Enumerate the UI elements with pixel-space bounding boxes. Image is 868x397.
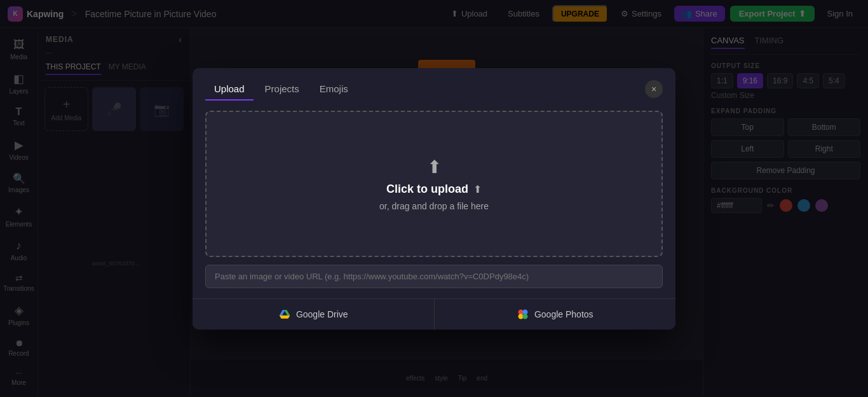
modal-header: Upload Projects Emojis ×: [193, 68, 675, 101]
svg-point-3: [522, 314, 527, 319]
modal-tab-projects[interactable]: Projects: [256, 78, 308, 101]
modal-tab-upload[interactable]: Upload: [205, 78, 254, 101]
modal-body: ⬆ Click to upload ⬆ or, drag and drop a …: [193, 101, 675, 298]
modal-footer: Google Drive Google Photos: [193, 298, 675, 330]
google-photos-icon: [517, 308, 529, 321]
url-input[interactable]: [205, 265, 663, 288]
modal-overlay[interactable]: Upload Projects Emojis × ⬆ Click to uplo…: [0, 0, 868, 397]
upload-sub-text: or, drag and drop a file here: [379, 201, 489, 211]
upload-modal: Upload Projects Emojis × ⬆ Click to uplo…: [193, 68, 675, 330]
modal-tab-emojis[interactable]: Emojis: [311, 78, 357, 101]
upload-dropzone[interactable]: ⬆ Click to upload ⬆ or, drag and drop a …: [205, 111, 663, 257]
modal-close-button[interactable]: ×: [645, 80, 663, 98]
upload-arrow-icon: ⬆: [427, 157, 442, 178]
google-drive-button[interactable]: Google Drive: [193, 299, 435, 330]
google-drive-icon: [278, 308, 291, 321]
upload-main-text: Click to upload: [386, 183, 468, 196]
upload-small-icon: ⬆: [473, 183, 482, 195]
google-photos-button[interactable]: Google Photos: [435, 299, 676, 330]
